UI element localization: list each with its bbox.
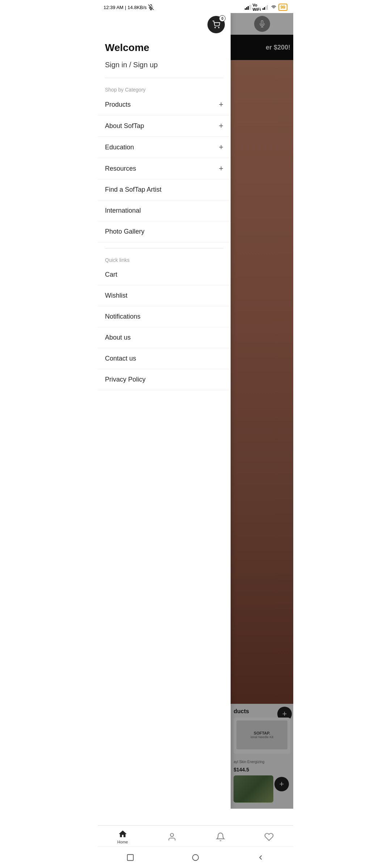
menu-item-international[interactable]: International [98, 200, 231, 221]
svg-rect-3 [245, 8, 246, 10]
overlay-dim [231, 13, 293, 809]
battery-indicator: 99 [278, 4, 287, 11]
data-rate: 14.8KB/s [127, 5, 147, 10]
mute-icon [148, 4, 154, 10]
divider [105, 78, 223, 78]
menu-item-photo-gallery-label: Photo Gallery [105, 228, 144, 235]
svg-rect-5 [248, 6, 249, 10]
svg-rect-9 [264, 7, 265, 10]
menu-item-find-artist-label: Find a SofTap Artist [105, 186, 161, 193]
menu-item-education-label: Education [105, 144, 134, 151]
menu-item-photo-gallery[interactable]: Photo Gallery [98, 221, 231, 242]
screen-wrapper: 0 Welcome Sign in / Sign up Shop by Cate… [98, 13, 293, 809]
welcome-title: Welcome [105, 42, 223, 54]
welcome-section: Welcome Sign in / Sign up [98, 33, 231, 72]
menu-item-products-label: Products [105, 101, 131, 109]
quick-link-contact-us[interactable]: Contact us [98, 348, 231, 369]
wifi-icon [270, 5, 277, 10]
menu-item-international-label: International [105, 207, 141, 214]
shop-by-category-label: Shop by Category [98, 84, 231, 94]
quick-link-privacy-policy-label: Privacy Policy [105, 376, 146, 383]
svg-rect-7 [251, 5, 251, 10]
products-expand-icon: + [219, 101, 223, 109]
divider-2 [105, 248, 223, 248]
quick-link-privacy-policy[interactable]: Privacy Policy [98, 369, 231, 390]
sidebar-drawer: 0 Welcome Sign in / Sign up Shop by Cate… [98, 13, 231, 809]
status-bar: 12:39 AM | 14.8KB/s VoWiFi [98, 0, 293, 13]
quick-link-cart-label: Cart [105, 271, 117, 278]
menu-item-resources[interactable]: Resources + [98, 158, 231, 179]
svg-rect-6 [249, 5, 250, 10]
quick-link-wishlist-label: Wishlist [105, 292, 127, 299]
cart-button[interactable]: 0 [207, 16, 225, 33]
svg-rect-4 [246, 7, 247, 10]
cart-badge: 0 [219, 15, 226, 22]
education-expand-icon: + [219, 143, 223, 151]
about-expand-icon: + [219, 122, 223, 130]
wifi-signal-icon [262, 5, 269, 10]
sidebar-icons-row: 0 [98, 13, 231, 33]
quick-links-label: Quick links [98, 254, 231, 264]
menu-item-about-softap[interactable]: About SofTap + [98, 115, 231, 137]
menu-item-resources-label: Resources [105, 165, 136, 173]
vo-wifi-label: VoWiFi [253, 3, 261, 12]
quick-link-about-us-label: About us [105, 334, 131, 341]
quick-link-about-us[interactable]: About us [98, 327, 231, 348]
svg-point-14 [219, 27, 219, 28]
status-left: 12:39 AM | 14.8KB/s [104, 4, 154, 10]
resources-expand-icon: + [219, 165, 223, 173]
menu-item-about-softap-label: About SofTap [105, 122, 144, 130]
time-display: 12:39 AM [104, 5, 123, 10]
svg-rect-11 [267, 5, 268, 10]
status-right: VoWiFi 99 [245, 3, 287, 12]
svg-point-13 [215, 27, 216, 28]
data-speed: | [125, 5, 126, 10]
quick-link-notifications-label: Notifications [105, 313, 140, 320]
menu-item-find-artist[interactable]: Find a SofTap Artist [98, 179, 231, 200]
main-content-panel: er $200! ducts + SOFTAP. ional Needle Ki… [231, 13, 293, 809]
cart-icon [212, 21, 220, 29]
quick-link-notifications[interactable]: Notifications [98, 306, 231, 327]
menu-item-products[interactable]: Products + [98, 94, 231, 115]
svg-rect-10 [265, 6, 266, 10]
quick-link-contact-us-label: Contact us [105, 355, 136, 362]
svg-rect-8 [262, 8, 264, 10]
signin-link[interactable]: Sign in / Sign up [105, 61, 223, 69]
menu-item-education[interactable]: Education + [98, 137, 231, 158]
quick-link-cart[interactable]: Cart [98, 264, 231, 285]
signal-icon [245, 5, 251, 10]
quick-link-wishlist[interactable]: Wishlist [98, 285, 231, 306]
